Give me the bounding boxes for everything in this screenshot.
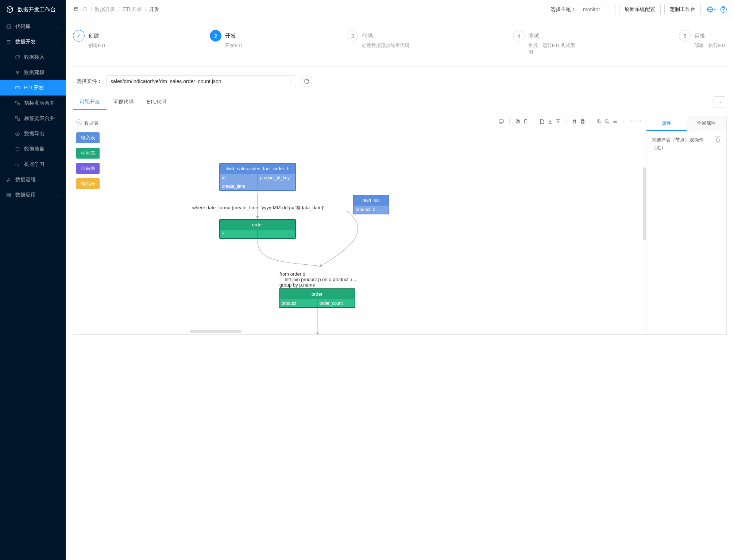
svg-rect-31 — [516, 120, 518, 122]
step-create[interactable]: ✓ 创建 创建ETL — [73, 30, 107, 49]
breadcrumb-item[interactable]: 数据开发 — [95, 6, 115, 13]
chevron-up-icon: ⌃ — [57, 40, 60, 44]
reload-button[interactable] — [301, 75, 312, 87]
sidebar-item-tag-merge[interactable]: 标签宽表合并 — [0, 111, 66, 126]
sidebar-item-indicator-merge[interactable]: 指标宽表合并 — [0, 96, 66, 111]
sidebar-item-data-dev[interactable]: 数据开发 ⌃ — [0, 34, 66, 50]
properties-tabs: 属性 全局属性 — [646, 116, 726, 131]
dev-tabs: 可视开发 可视代码 ETL代码 — [73, 94, 727, 110]
save-icon[interactable] — [580, 118, 586, 124]
upload-icon[interactable] — [555, 118, 561, 124]
file-label: 选择文件： — [77, 78, 102, 85]
palette-mid-table[interactable]: 中间表 — [76, 148, 100, 159]
breadcrumb: / 数据开发 / ETL开发 / 开发 — [82, 6, 159, 13]
app-logo: 数据开发工作台 — [0, 0, 66, 19]
svg-point-5 — [18, 71, 19, 71]
language-switch[interactable]: ▾ — [707, 6, 716, 13]
node-input-table-2[interactable]: dwd_sal product_k — [353, 195, 389, 214]
node-palette: − 数据表 输入表 中间表 自由表 输出表 — [73, 116, 103, 334]
sidebar-item-data-quality[interactable]: 数据质量 — [0, 141, 66, 157]
properties-empty-text: 未选择表（节点）或操作（边） — [652, 136, 712, 152]
logo-icon — [6, 5, 14, 13]
undo-icon[interactable] — [629, 118, 634, 124]
palette-title: 数据表 — [84, 120, 100, 127]
node-mid-table[interactable]: order * — [219, 219, 296, 239]
list-icon — [6, 39, 12, 45]
refresh-config-button[interactable]: 刷新系统配置 — [619, 4, 661, 15]
sidebar-item-data-access[interactable]: 数据接入 — [0, 50, 66, 65]
svg-line-40 — [608, 122, 609, 124]
fit-icon[interactable] — [612, 118, 618, 124]
theme-select[interactable]: monitor ⌄ — [579, 4, 615, 15]
sidebar-collapse-button[interactable] — [73, 6, 79, 13]
etl-icon — [15, 85, 20, 91]
step-test[interactable]: 4 测试 生成、运行ETL测试用例 — [513, 30, 576, 55]
vertical-scrollbar[interactable] — [643, 167, 646, 240]
copy-icon[interactable] — [515, 118, 521, 124]
grid-icon — [6, 192, 12, 198]
file-icon[interactable] — [539, 118, 545, 124]
breadcrumb-item[interactable]: ETL开发 — [123, 6, 142, 13]
palette-collapse[interactable]: − — [76, 119, 82, 125]
sidebar: 数据开发工作台 代码库 ⌄ 数据开发 ⌃ 数据接入 数据建模 — [0, 0, 66, 560]
sidebar-item-ml[interactable]: 机器学习 — [0, 157, 66, 172]
chevron-down-icon: ⌄ — [57, 193, 60, 197]
svg-rect-30 — [517, 121, 519, 123]
edge-label[interactable]: where date_format(create_time, 'yyyy-MM-… — [192, 205, 324, 210]
fullscreen-button[interactable] — [714, 96, 725, 108]
svg-rect-10 — [16, 101, 18, 103]
content: ✓ 创建 创建ETL 2 开发 开发ETL 3 — [66, 19, 734, 560]
theme-picker: 选择主题： monitor ⌄ — [550, 4, 615, 15]
delete-icon[interactable] — [572, 118, 577, 124]
properties-doc-icon[interactable] — [715, 136, 721, 143]
step-ops[interactable]: 5 运维 部署、执行ETL — [679, 30, 727, 49]
chart-icon — [15, 162, 20, 167]
sidebar-item-data-export[interactable]: 数据导出 — [0, 126, 66, 141]
svg-rect-13 — [18, 119, 20, 121]
palette-output-table[interactable]: 输出表 — [76, 178, 100, 189]
svg-rect-21 — [9, 195, 11, 197]
svg-rect-19 — [9, 193, 11, 195]
chevron-down-icon: ⌄ — [57, 25, 60, 29]
zoom-in-icon[interactable] — [596, 118, 602, 124]
chevron-down-icon: ⌄ — [57, 178, 60, 182]
canvas: − 数据表 输入表 中间表 自由表 输出表 — [73, 116, 727, 335]
sidebar-item-code-repo[interactable]: 代码库 ⌄ — [0, 19, 66, 34]
svg-rect-28 — [499, 120, 503, 122]
canvas-viewport[interactable]: dwd_sales.sales_fact_order_h id product_… — [103, 116, 646, 334]
code-icon — [6, 24, 12, 30]
tab-etl-code[interactable]: ETL代码 — [140, 94, 173, 110]
file-selector-row: 选择文件： sales/dm/indicator/ve/dm_sales.ord… — [73, 75, 727, 87]
file-select[interactable]: sales/dm/indicator/ve/dm_sales.order_cou… — [107, 75, 296, 87]
sidebar-item-etl-dev[interactable]: ETL开发 — [0, 80, 66, 96]
topbar: / 数据开发 / ETL开发 / 开发 选择主题： monitor ⌄ 刷新系统… — [66, 0, 734, 19]
horizontal-scrollbar[interactable] — [190, 330, 241, 333]
svg-point-4 — [16, 71, 16, 71]
step-code[interactable]: 3 代码 处理数据流水线等代码 — [347, 30, 409, 49]
palette-free-table[interactable]: 自由表 — [76, 163, 100, 174]
download-icon[interactable] — [547, 118, 553, 124]
ptab-global[interactable]: 全局属性 — [687, 116, 727, 131]
node-input-table[interactable]: dwd_sales.sales_fact_order_h id product_… — [219, 163, 296, 191]
help-button[interactable]: ? — [720, 6, 727, 13]
tab-visual-code[interactable]: 可视代码 — [107, 94, 140, 110]
node-mid-table-2[interactable]: order product order_count — [279, 288, 355, 308]
breadcrumb-home[interactable] — [82, 6, 88, 12]
app-title: 数据开发工作台 — [18, 6, 56, 13]
display-icon[interactable] — [498, 118, 504, 124]
steps: ✓ 创建 创建ETL 2 开发 开发ETL 3 — [73, 30, 727, 55]
sidebar-item-data-ops[interactable]: 数据运维 ⌄ — [0, 172, 66, 187]
chevron-down-icon: ⌄ — [289, 79, 292, 83]
sidebar-item-data-model[interactable]: 数据建模 — [0, 65, 66, 80]
redo-icon[interactable] — [637, 118, 642, 124]
step-develop[interactable]: 2 开发 开发ETL — [210, 30, 243, 49]
sidebar-item-data-app[interactable]: 数据应用 ⌄ — [0, 187, 66, 203]
zoom-out-icon[interactable] — [604, 118, 610, 124]
palette-input-table[interactable]: 输入表 — [76, 132, 100, 143]
tab-visual-dev[interactable]: 可视开发 — [73, 94, 107, 110]
customize-button[interactable]: 定制工作台 — [664, 4, 701, 15]
paste-icon[interactable] — [523, 118, 529, 124]
shield-icon — [15, 146, 20, 152]
ptab-attributes[interactable]: 属性 — [646, 116, 687, 131]
edge-label[interactable]: from order o left join product p on o.pr… — [279, 271, 356, 288]
